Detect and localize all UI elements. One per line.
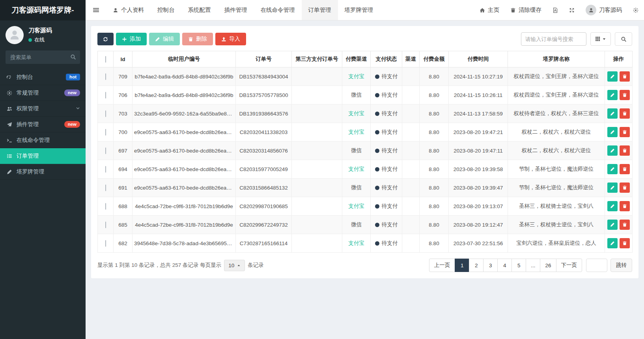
cell-id: 691 (114, 179, 133, 197)
sidebar-item-console[interactable]: 控制台hot (0, 69, 86, 85)
row-checkbox[interactable] (105, 129, 106, 136)
sidebar-item-tarot[interactable]: 塔罗牌管理 (0, 164, 86, 180)
sidebar-item-label: 插件管理 (17, 121, 39, 128)
add-button[interactable]: 添加 (116, 33, 147, 45)
search-button[interactable] (615, 32, 632, 46)
topnav-tab-console[interactable]: 控制台 (151, 0, 181, 20)
status-dot (375, 167, 379, 171)
row-delete-button[interactable] (620, 201, 630, 211)
row-edit-button[interactable] (607, 201, 618, 211)
page-button-4[interactable]: 4 (497, 259, 512, 272)
row-checkbox[interactable] (105, 203, 106, 210)
topnav-tab-orders[interactable]: 订单管理 (302, 0, 338, 20)
row-checkbox[interactable] (105, 240, 106, 247)
prev-page-button[interactable]: 上一页 (429, 259, 455, 272)
pen-icon (6, 169, 13, 175)
page-size-dropdown[interactable]: 10 (224, 260, 245, 271)
row-checkbox[interactable] (105, 110, 106, 117)
row-delete-button[interactable] (620, 220, 630, 230)
topnav-tab-plugins[interactable]: 插件管理 (218, 0, 254, 20)
row-edit-button[interactable] (607, 164, 618, 174)
import-button[interactable]: 导入 (215, 33, 246, 45)
column-header[interactable]: 第三方支付订单号 (292, 51, 342, 67)
column-header[interactable]: 渠道 (402, 51, 420, 67)
next-page-button[interactable]: 下一页 (556, 259, 582, 272)
delete-button[interactable]: 删除 (182, 33, 213, 45)
edit-button[interactable]: 编辑 (149, 33, 180, 45)
jump-button[interactable]: 跳转 (610, 259, 632, 272)
row-delete-button[interactable] (620, 183, 630, 193)
select-all-header (98, 51, 114, 67)
column-header[interactable]: 临时用户编号 (133, 51, 236, 67)
select-all-checkbox[interactable] (105, 56, 106, 63)
sidebar-toggle-button[interactable] (86, 0, 106, 20)
row-checkbox[interactable] (105, 92, 106, 99)
sidebar-item-orders[interactable]: 订单管理 (0, 148, 86, 164)
fullscreen-button[interactable] (564, 0, 580, 20)
column-header[interactable]: 支付状态 (371, 51, 402, 67)
row-edit-button[interactable] (607, 108, 618, 119)
clear-cache-link[interactable]: 清除缓存 (505, 0, 547, 20)
status-dot (375, 149, 379, 153)
sidebar-item-plugins[interactable]: 插件管理new (0, 117, 86, 132)
row-edit-button[interactable] (607, 183, 618, 193)
sidebar-item-online-command[interactable]: 在线命令管理 (0, 132, 86, 148)
row-checkbox[interactable] (105, 184, 106, 191)
columns-dropdown-button[interactable] (590, 32, 611, 46)
sidebar-item-permissions[interactable]: 权限管理 (0, 101, 86, 117)
page-button-5[interactable]: 5 (511, 259, 526, 272)
column-header[interactable]: 操作 (605, 51, 633, 67)
column-header[interactable]: 订单号 (236, 51, 292, 67)
column-header[interactable]: 塔罗牌名称 (508, 51, 605, 67)
topnav-tab-system-config[interactable]: 系统配置 (181, 0, 218, 20)
settings-button[interactable] (627, 0, 644, 20)
topnav-tab-tarot[interactable]: 塔罗牌管理 (338, 0, 380, 20)
search-icon[interactable] (70, 54, 76, 60)
orders-panel: 添加 编辑 删除 导入 Id临时用户编号订单号第三方支付订单号付费渠道支付状态渠… (91, 26, 638, 278)
column-header[interactable]: 付费时间 (449, 51, 508, 67)
row-delete-button[interactable] (620, 108, 630, 119)
language-button[interactable] (547, 0, 564, 20)
row-delete-button[interactable] (620, 238, 630, 248)
jump-page-input[interactable] (586, 259, 607, 272)
topnav-tab-online-command[interactable]: 在线命令管理 (254, 0, 302, 20)
cell-user-id: 32c3ea95-6e09-9592-162a-6a55ba9e8293 (133, 104, 236, 123)
column-header[interactable]: 付费金额 (420, 51, 449, 67)
row-checkbox[interactable] (105, 73, 106, 80)
refresh-button[interactable] (97, 33, 114, 45)
sidebar-item-general[interactable]: 常规管理new (0, 85, 86, 101)
row-delete-button[interactable] (620, 90, 630, 100)
row-edit-button[interactable] (607, 90, 618, 100)
column-header[interactable]: Id (114, 51, 133, 67)
row-delete-button[interactable] (620, 127, 630, 137)
row-edit-button[interactable] (607, 238, 618, 248)
row-delete-button[interactable] (620, 145, 630, 156)
sidebar-search-input[interactable] (6, 50, 80, 64)
table-row: 706b7fe4ae2-ba9a-6dd5-84b8-d89402c36f9bD… (98, 86, 633, 104)
cell-amount: 8.80 (420, 67, 449, 86)
row-checkbox[interactable] (105, 222, 106, 228)
row-checkbox[interactable] (105, 166, 106, 173)
row-edit-button[interactable] (607, 145, 618, 156)
row-edit-button[interactable] (607, 127, 618, 137)
order-search-input[interactable] (521, 32, 586, 46)
page-button-2[interactable]: 2 (469, 259, 483, 272)
cell-order-no: C820299870190685 (236, 197, 292, 216)
topnav-tab-profile[interactable]: 个人资料 (106, 0, 151, 20)
home-link[interactable]: 主页 (474, 0, 505, 20)
row-delete-button[interactable] (620, 71, 630, 82)
cell-pay-time: 2023-08-20 19:39:47 (449, 179, 508, 197)
row-delete-button[interactable] (620, 164, 630, 174)
page-button-26[interactable]: 26 (540, 259, 556, 272)
page-button-3[interactable]: 3 (483, 259, 498, 272)
app-logo[interactable]: 刀客源码网塔罗牌- (0, 0, 86, 20)
badge-new: new (64, 121, 80, 128)
row-checkbox[interactable] (105, 147, 106, 154)
column-header[interactable]: 付费渠道 (342, 51, 371, 67)
page-button-1[interactable]: 1 (455, 259, 469, 272)
row-edit-button[interactable] (607, 220, 618, 230)
topnav-tab-label: 插件管理 (224, 6, 247, 14)
row-edit-button[interactable] (607, 71, 618, 82)
user-menu[interactable]: 刀客源码 (580, 0, 627, 20)
cell-third-party (292, 234, 342, 253)
